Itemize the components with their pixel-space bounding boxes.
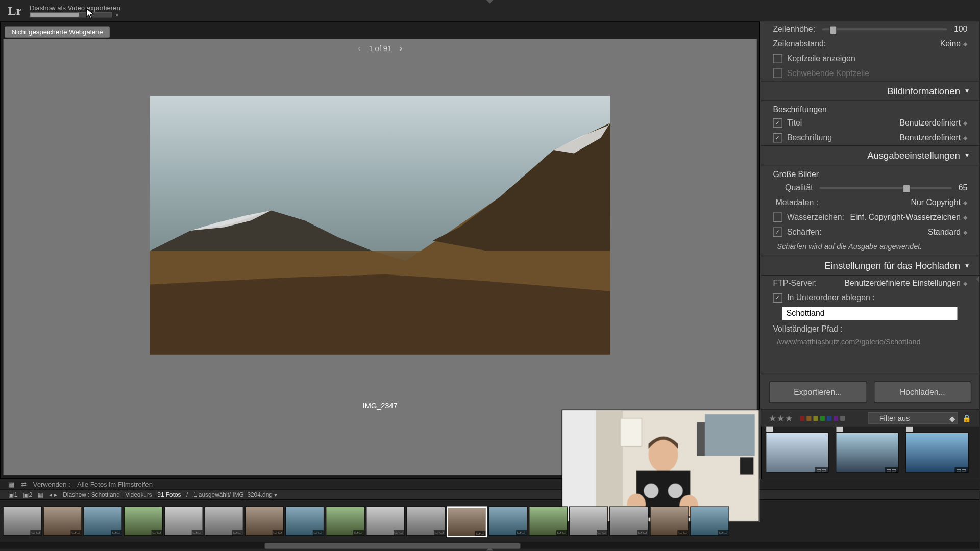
title-value[interactable]: Benutzerdefiniert: [900, 118, 961, 128]
secondary-filmstrip: ▭▭ ▭▭ ▭▭: [761, 427, 979, 479]
title-checkbox[interactable]: ✓: [773, 118, 782, 128]
filmstrip-thumb[interactable]: ▭▭: [366, 506, 405, 536]
section-output[interactable]: Ausgabeeinstellungen▼: [761, 145, 979, 166]
floating-header-label: Schwebende Kopfzeile: [787, 68, 869, 78]
star-icon[interactable]: ★: [777, 413, 785, 423]
scrollbar-thumb[interactable]: [264, 543, 521, 549]
filter-dropdown[interactable]: Filter aus◆: [868, 412, 958, 424]
color-filter[interactable]: [800, 416, 845, 420]
task-progress: ×: [30, 12, 112, 18]
section-image-info[interactable]: Bildinformationen▼: [761, 81, 979, 101]
thumb-large[interactable]: ▭▭: [836, 432, 899, 472]
quality-slider[interactable]: [820, 187, 952, 189]
star-icon[interactable]: ★: [769, 413, 777, 423]
breadcrumb-bar: ▣1 ▣2 ▦ ◂ ▸ Diashow : Schottland - Video…: [0, 490, 979, 500]
bottom-panel-expand-icon[interactable]: [486, 547, 493, 551]
app-logo: Lr: [8, 4, 21, 18]
caption-checkbox[interactable]: ✓: [773, 133, 782, 142]
selection-info[interactable]: 1 ausgewählt/ IMG_3204.dng ▾: [193, 491, 278, 498]
svg-point-10: [668, 484, 683, 498]
sharpen-label: Schärfen:: [787, 227, 822, 236]
lock-icon[interactable]: 🔒: [962, 414, 971, 422]
fullpath-value: /www/matthiasbutz.com2/galerie/Schottlan…: [761, 336, 979, 351]
watermark-checkbox[interactable]: [773, 212, 782, 221]
color-swatch[interactable]: [820, 416, 825, 420]
right-panel: Zeilenhöhe: 100 Zeilenabstand: Keine◆ Ko…: [760, 21, 979, 479]
background-task: Diashow als Video exportieren ×: [30, 4, 120, 17]
color-swatch[interactable]: [806, 416, 811, 420]
breadcrumb-path[interactable]: Diashow : Schottland - Videokurs: [63, 491, 152, 498]
row-height-slider[interactable]: [822, 28, 947, 30]
subfolder-checkbox[interactable]: ✓: [773, 293, 782, 303]
filmstrip-thumb[interactable]: ▭▭: [83, 506, 122, 536]
filmstrip-thumb[interactable]: ▭▭: [245, 506, 284, 536]
large-images-subhead: Große Bilder: [761, 165, 979, 180]
show-header-label: Kopfzeile anzeigen: [787, 54, 855, 63]
metadata-value[interactable]: Nur Copyright: [911, 197, 961, 207]
web-preview: Nicht gespeicherte Webgalerie ‹ 1 of 91 …: [0, 21, 760, 479]
svg-rect-6: [697, 422, 705, 456]
svg-rect-5: [740, 457, 753, 474]
filmstrip-thumb[interactable]: ▭▭: [488, 506, 527, 536]
thumb-large[interactable]: ▭▭: [766, 432, 829, 472]
row-spacing-label: Zeilenabstand:: [773, 39, 826, 48]
show-header-checkbox[interactable]: [773, 54, 782, 63]
ftp-value[interactable]: Benutzerdefinierte Einstellungen: [844, 279, 961, 288]
photo-count: 91 Fotos: [157, 491, 181, 498]
filmstrip[interactable]: ▭▭▭▭▭▭▭▭▭▭▭▭▭▭▭▭▭▭▭▭▭▭▭▭▭▭▭▭▭▭▭▭▭▭▭▭: [0, 499, 979, 542]
subfolder-input[interactable]: [782, 307, 958, 320]
color-swatch[interactable]: [813, 416, 818, 420]
filmstrip-thumb[interactable]: ▭▭: [650, 506, 689, 536]
quality-value: 65: [959, 183, 968, 192]
filmstrip-thumb[interactable]: ▭▭: [569, 506, 608, 536]
preview-photo: [150, 96, 610, 354]
prev-image-icon[interactable]: ‹: [358, 43, 361, 53]
filter-bar: ★ ★ ★ Filter aus◆ 🔒: [761, 410, 979, 427]
color-swatch[interactable]: [834, 416, 838, 420]
upload-button[interactable]: Hochladen...: [873, 381, 971, 403]
row-spacing-value[interactable]: Keine: [940, 39, 961, 48]
top-panel-expand-icon[interactable]: [486, 0, 493, 4]
filmstrip-thumb[interactable]: ▭▭: [43, 506, 82, 536]
caption-label: Beschriftung: [787, 133, 832, 142]
image-caption: IMG_2347: [363, 402, 398, 410]
fullpath-label: Vollständiger Pfad :: [773, 324, 842, 333]
sharpen-value[interactable]: Standard: [928, 227, 961, 236]
svg-rect-4: [705, 414, 755, 456]
color-swatch[interactable]: [800, 416, 804, 420]
filmstrip-thumb[interactable]: ▭▭: [529, 506, 568, 536]
thumb-large[interactable]: ▭▭: [905, 432, 969, 472]
captions-subhead: Beschriftungen: [761, 101, 979, 116]
filmstrip-thumb[interactable]: ▭▭: [447, 506, 487, 537]
display-2-icon[interactable]: ▣2: [23, 491, 32, 498]
row-height-value: 100: [954, 24, 967, 33]
image-counter: 1 of 91: [369, 44, 391, 52]
rating-filter[interactable]: ★ ★ ★: [769, 413, 793, 423]
color-swatch[interactable]: [827, 416, 831, 420]
filmstrip-thumb[interactable]: ▭▭: [406, 506, 445, 536]
filmstrip-thumb[interactable]: ▭▭: [3, 506, 41, 536]
filmstrip-thumb[interactable]: ▭▭: [609, 506, 648, 536]
section-upload[interactable]: Einstellungen für das Hochladen▼: [761, 256, 979, 276]
caption-value[interactable]: Benutzerdefiniert: [900, 133, 961, 142]
task-cancel-icon[interactable]: ×: [115, 11, 119, 18]
metadata-label: Metadaten :: [776, 197, 819, 207]
filmstrip-thumb[interactable]: ▭▭: [690, 506, 729, 536]
task-progress-fill: [30, 13, 79, 17]
color-swatch[interactable]: [840, 416, 845, 420]
star-icon[interactable]: ★: [785, 413, 793, 423]
filmstrip-thumb[interactable]: ▭▭: [164, 506, 203, 536]
filmstrip-thumb[interactable]: ▭▭: [124, 506, 163, 536]
next-image-icon[interactable]: ›: [400, 43, 403, 53]
filmstrip-thumb[interactable]: ▭▭: [285, 506, 324, 536]
filmstrip-thumb[interactable]: ▭▭: [326, 506, 364, 536]
display-1-icon[interactable]: ▣1: [8, 491, 17, 498]
quality-label: Qualität: [785, 183, 813, 192]
grid-icon[interactable]: ▦: [8, 481, 14, 488]
export-button[interactable]: Exportieren...: [769, 381, 867, 403]
row-height-label: Zeilenhöhe:: [773, 24, 815, 33]
sharpen-checkbox[interactable]: ✓: [773, 227, 782, 236]
use-value[interactable]: Alle Fotos im Filmstreifen: [77, 481, 153, 488]
grid-view-icon[interactable]: ▦: [38, 491, 44, 498]
filmstrip-thumb[interactable]: ▭▭: [205, 506, 243, 536]
